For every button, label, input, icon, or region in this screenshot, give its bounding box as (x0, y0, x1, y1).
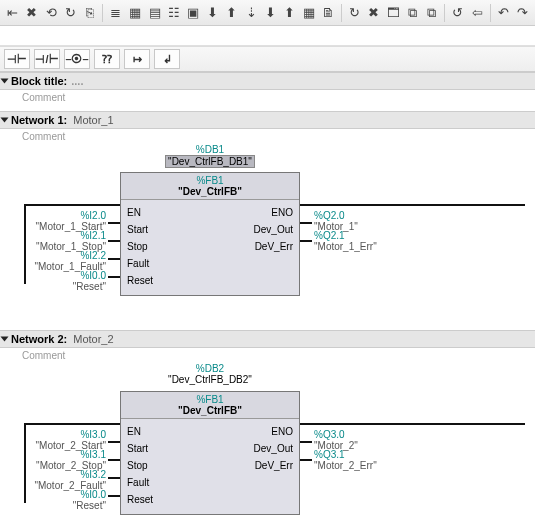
pin-stop: Stop (127, 241, 148, 252)
collapse-icon[interactable] (1, 118, 9, 123)
tool-icon[interactable]: ↻ (346, 3, 363, 23)
tag-addr: %Q2.1 (314, 230, 377, 241)
tool-icon[interactable]: ⧉ (404, 3, 421, 23)
fb-name: "Dev_CtrlFB" (121, 405, 299, 416)
wire (24, 423, 120, 425)
pin-devout: Dev_Out (254, 224, 293, 235)
network-header-1[interactable]: Network 1: Motor_1 (0, 111, 535, 129)
tool-icon[interactable]: ⇤ (4, 3, 21, 23)
branch-open-button[interactable]: ↦ (124, 49, 150, 69)
en-pin: EN (127, 207, 141, 218)
ladder-area-1[interactable]: %DB1 "Dev_CtrlFB_DB1" %FB1 "Dev_CtrlFB" … (0, 144, 535, 324)
wire (300, 204, 525, 206)
wire (108, 258, 120, 260)
tag-addr: %I3.1 (16, 449, 106, 460)
block-title-label: Block title: (11, 75, 67, 87)
wire (300, 222, 312, 224)
network-label: Network 2: (11, 333, 67, 345)
tool-icon[interactable]: ▦ (127, 3, 144, 23)
tag-name[interactable]: "Motor_2_Err" (314, 460, 377, 471)
tool-icon[interactable]: 🗔 (384, 3, 401, 23)
tool-icon[interactable]: ≣ (107, 3, 124, 23)
tool-icon[interactable]: ⇦ (468, 3, 485, 23)
wire (108, 222, 120, 224)
tool-icon[interactable]: 🗎 (320, 3, 337, 23)
tool-icon[interactable]: ⎘ (81, 3, 98, 23)
tag-addr: %Q3.1 (314, 449, 377, 460)
tool-icon[interactable]: ⬆ (281, 3, 298, 23)
tool-icon[interactable]: ↺ (449, 3, 466, 23)
network-header-2[interactable]: Network 2: Motor_2 (0, 330, 535, 348)
pin-start: Start (127, 224, 148, 235)
network-comment[interactable]: Comment (0, 129, 535, 144)
network-comment[interactable]: Comment (0, 348, 535, 363)
fb-block[interactable]: %FB1 "Dev_CtrlFB" ENENO StartDev_Out Sto… (120, 391, 300, 515)
contact-no-button[interactable]: ⊣⊢ (4, 49, 30, 69)
collapse-icon[interactable] (1, 337, 9, 342)
pin-start: Start (127, 443, 148, 454)
tool-icon[interactable]: ⬇ (262, 3, 279, 23)
tool-icon[interactable]: ▦ (300, 3, 317, 23)
tool-icon[interactable]: ⧉ (423, 3, 440, 23)
branch-close-button[interactable]: ↲ (154, 49, 180, 69)
pin-fault: Fault (127, 258, 149, 269)
tool-icon[interactable]: ↷ (514, 3, 531, 23)
tool-icon[interactable]: ↶ (495, 3, 512, 23)
wire (300, 423, 525, 425)
tool-icon[interactable]: ↻ (62, 3, 79, 23)
contact-nc-button[interactable]: ⊣/⊢ (34, 49, 60, 69)
wire (108, 477, 120, 479)
pin-devout: Dev_Out (254, 443, 293, 454)
tag-name[interactable]: "Reset" (16, 281, 106, 292)
tag-addr: %I2.0 (16, 210, 106, 221)
wire (300, 459, 312, 461)
ladder-area-2[interactable]: %DB2 "Dev_CtrlFB_DB2" %FB1 "Dev_CtrlFB" … (0, 363, 535, 516)
tool-icon[interactable]: ✖ (365, 3, 382, 23)
db-name[interactable]: "Dev_CtrlFB_DB1" (165, 155, 255, 168)
blank-strip (0, 26, 535, 46)
fb-address: %FB1 (121, 394, 299, 405)
network-name[interactable]: Motor_2 (73, 333, 113, 345)
block-title-value[interactable]: .... (71, 75, 83, 87)
wire (24, 204, 120, 206)
collapse-icon[interactable] (1, 79, 9, 84)
network-name[interactable]: Motor_1 (73, 114, 113, 126)
en-pin: EN (127, 426, 141, 437)
tool-icon[interactable]: ⬇ (204, 3, 221, 23)
separator (102, 4, 103, 22)
empty-box-button[interactable]: ⁇ (94, 49, 120, 69)
tag-name[interactable]: "Reset" (16, 500, 106, 511)
block-title-bar[interactable]: Block title: .... (0, 72, 535, 90)
tag-addr: %I3.0 (16, 429, 106, 440)
separator (444, 4, 445, 22)
block-comment[interactable]: Comment (0, 90, 535, 105)
tool-icon[interactable]: ▤ (146, 3, 163, 23)
eno-pin: ENO (271, 426, 293, 437)
tool-icon[interactable]: ⟲ (43, 3, 60, 23)
ladder-toolbar: ⊣⊢ ⊣/⊢ –⦿– ⁇ ↦ ↲ (0, 46, 535, 72)
db-name[interactable]: "Dev_CtrlFB_DB2" (120, 374, 300, 385)
pin-deverr: DeV_Err (255, 241, 293, 252)
separator (341, 4, 342, 22)
db-address: %DB1 (120, 144, 300, 155)
fb-block[interactable]: %FB1 "Dev_CtrlFB" ENENO StartDev_Out Sto… (120, 172, 300, 296)
fb-name: "Dev_CtrlFB" (121, 186, 299, 197)
tag-name[interactable]: "Motor_1_Err" (314, 241, 377, 252)
coil-button[interactable]: –⦿– (64, 49, 90, 69)
tag-addr: %Q2.0 (314, 210, 358, 221)
tool-icon[interactable]: ☷ (165, 3, 182, 23)
pin-fault: Fault (127, 477, 149, 488)
tag-addr: %Q3.0 (314, 429, 358, 440)
tool-icon[interactable]: ⬆ (223, 3, 240, 23)
wire (108, 240, 120, 242)
pin-reset: Reset (127, 275, 153, 286)
eno-pin: ENO (271, 207, 293, 218)
tool-icon[interactable]: ✖ (23, 3, 40, 23)
network-label: Network 1: (11, 114, 67, 126)
tool-icon[interactable]: ⇣ (242, 3, 259, 23)
pin-deverr: DeV_Err (255, 460, 293, 471)
tool-icon[interactable]: ▣ (185, 3, 202, 23)
tag-addr: %I0.0 (16, 489, 106, 500)
db-address: %DB2 (120, 363, 300, 374)
wire (108, 459, 120, 461)
